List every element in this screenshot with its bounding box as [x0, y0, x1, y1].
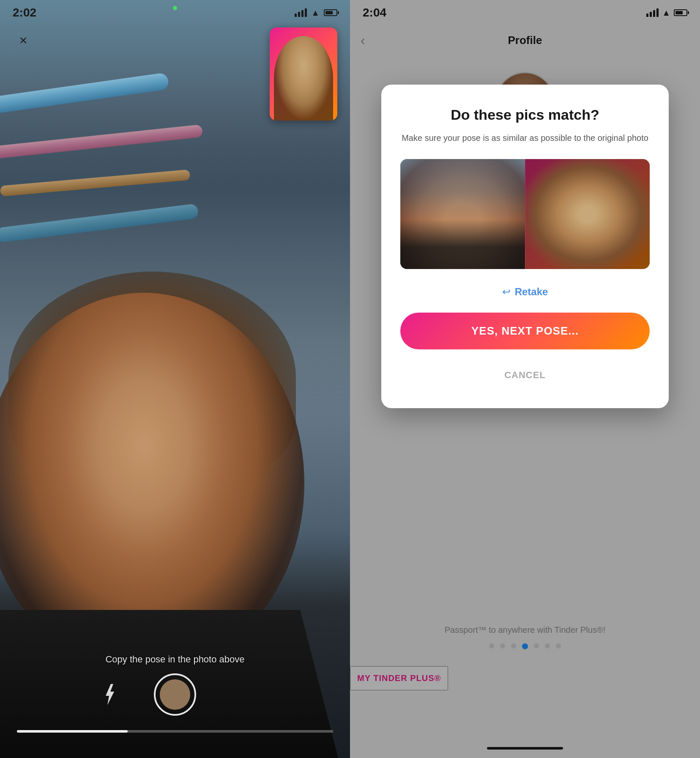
- progress-bar-fill: [17, 730, 128, 733]
- retake-label: Retake: [515, 286, 548, 298]
- battery-fill: [325, 11, 333, 14]
- signal-icon: [295, 8, 307, 17]
- target-photo-background: [270, 27, 337, 121]
- target-person-body: [274, 36, 333, 121]
- shutter-inner-circle: [160, 679, 190, 710]
- camera-controls: [0, 673, 350, 716]
- left-status-bar: 2:02 ▲: [0, 0, 350, 25]
- retake-button[interactable]: ↩ Retake: [400, 282, 650, 302]
- signal-bar-4: [305, 8, 307, 17]
- wifi-icon: ▲: [311, 8, 320, 18]
- copy-pose-text: Copy the pose in the photo above: [0, 654, 350, 665]
- left-time-display: 2:02: [13, 6, 36, 19]
- flash-button[interactable]: [99, 682, 120, 707]
- shutter-button[interactable]: [154, 673, 196, 716]
- progress-bar-container: [17, 730, 333, 733]
- signal-bar-1: [295, 14, 297, 17]
- profile-panel: 2:04 ▲ ‹ Profile Do these pics match?: [350, 0, 700, 758]
- left-status-icons: ▲: [295, 8, 337, 18]
- close-button[interactable]: ×: [13, 30, 34, 51]
- target-person-comparison: [525, 159, 650, 269]
- signal-bar-2: [298, 12, 300, 17]
- cancel-button[interactable]: CANCEL: [400, 361, 650, 389]
- retake-icon: ↩: [502, 286, 511, 298]
- placeholder-control: [230, 682, 251, 707]
- modal-title: Do these pics match?: [400, 106, 650, 124]
- svg-marker-0: [106, 684, 114, 705]
- close-icon: ×: [19, 33, 27, 47]
- target-photo-card: [270, 27, 337, 121]
- target-person-image: [274, 36, 333, 121]
- camera-panel: 2:02 ▲ × Copy the pose in the photo ab: [0, 0, 350, 758]
- match-modal: Do these pics match? Make sure your pose…: [381, 85, 669, 408]
- signal-bar-3: [301, 10, 304, 17]
- user-photo-comparison: [400, 159, 525, 269]
- modal-overlay: Do these pics match? Make sure your pose…: [350, 0, 700, 758]
- user-face-comparison: [400, 159, 525, 269]
- comparison-images: [400, 159, 650, 269]
- battery-icon: [324, 9, 337, 16]
- modal-subtitle: Make sure your pose is as similar as pos…: [400, 132, 650, 144]
- user-hair-comparison: [409, 163, 517, 218]
- green-dot-indicator: [173, 6, 177, 10]
- flash-bolt-icon: [103, 684, 116, 705]
- yes-next-pose-button[interactable]: YES, NEXT POSE...: [400, 313, 650, 349]
- target-photo-comparison: [525, 159, 650, 269]
